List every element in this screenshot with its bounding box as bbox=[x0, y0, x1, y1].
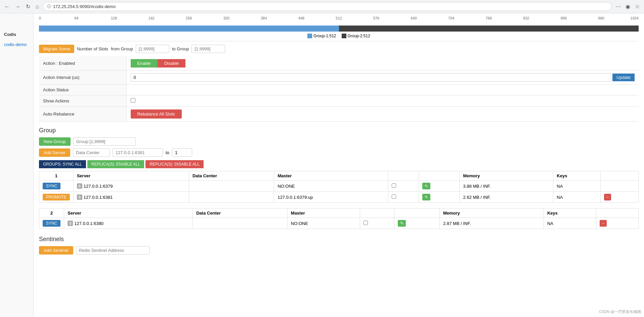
row1-keys: NA bbox=[553, 181, 600, 192]
ruler-label-192: 192 bbox=[148, 16, 155, 20]
row3-server: S 127.0.0.1:6380 bbox=[64, 218, 193, 229]
ruler-label-704: 704 bbox=[448, 16, 454, 20]
row3-memory: 2.87 MB / INF. bbox=[440, 218, 544, 229]
ruler-label-832: 832 bbox=[523, 16, 529, 20]
ruler-label-128: 128 bbox=[111, 16, 117, 20]
groups-sync-all-button[interactable]: GROUPS: SYNC ALL bbox=[39, 160, 86, 168]
table-row: SYNC S 127.0.0.1:6379 NO:ONE ✎ 3.88 MB /… bbox=[39, 181, 639, 192]
edit-button-row1[interactable]: ✎ bbox=[422, 183, 430, 189]
group1-header-actions bbox=[600, 171, 638, 181]
from-group-input[interactable] bbox=[136, 45, 169, 53]
replica-disable-all-button[interactable]: REPLICA(S): DISABLE ALL bbox=[145, 160, 204, 168]
sentinels-section: Sentinels Add Sentinel bbox=[39, 236, 639, 255]
legend-group2: Group-2:512 bbox=[342, 34, 370, 38]
row3-master: NO:ONE bbox=[287, 218, 360, 229]
group2-header-server: Server bbox=[64, 209, 193, 218]
ruler-label-384: 384 bbox=[261, 16, 267, 20]
forward-button[interactable]: → bbox=[13, 3, 22, 10]
row2-memory: 2.62 MB / INF. bbox=[460, 192, 553, 203]
ruler-label-960: 960 bbox=[598, 16, 604, 20]
row2-delete: − bbox=[600, 192, 638, 203]
legend-label-group2: Group-2:512 bbox=[348, 34, 370, 38]
disable-button[interactable]: Disable bbox=[158, 59, 185, 67]
legend-color-group2 bbox=[342, 34, 346, 38]
new-group-button[interactable]: New Group bbox=[39, 137, 71, 146]
row2-check[interactable] bbox=[392, 194, 396, 199]
sentinel-address-input[interactable] bbox=[76, 246, 150, 255]
sync-button-row1[interactable]: SYNC bbox=[43, 183, 60, 189]
update-button[interactable]: Update bbox=[612, 74, 635, 81]
interval-input[interactable] bbox=[131, 73, 611, 82]
group1-header-server: Server bbox=[73, 171, 189, 181]
group-controls: New Group Add Server to bbox=[39, 137, 639, 157]
ruler-label-448: 448 bbox=[298, 16, 304, 20]
ruler-label-320: 320 bbox=[223, 16, 229, 20]
row1-check[interactable] bbox=[392, 183, 396, 188]
watermark: CSDN @一芒那道光/截图 bbox=[599, 309, 641, 314]
server-badge-row3: S bbox=[68, 221, 73, 226]
ruler-label-0: 0 bbox=[39, 16, 41, 20]
refresh-button[interactable]: ↻ bbox=[24, 3, 32, 10]
address-bar: ⓘ 172.25.254.5:9090/#codis-demo bbox=[43, 2, 612, 11]
sync-button-row3[interactable]: SYNC bbox=[43, 220, 60, 227]
add-sentinel-button[interactable]: Add Sentinel bbox=[39, 246, 73, 255]
add-sentinel-row: Add Sentinel bbox=[39, 246, 639, 255]
auto-rebalance-label: Auto-Rebalance bbox=[39, 107, 126, 122]
replica-enable-all-button[interactable]: REPLICA(S): ENABLE ALL bbox=[87, 160, 144, 168]
group2-header-col6 bbox=[394, 209, 440, 218]
add-server-button[interactable]: Add Server bbox=[39, 148, 70, 157]
from-group-label: from Group bbox=[111, 46, 133, 51]
action-status-label: Action Status bbox=[39, 85, 126, 95]
add-server-row: Add Server to bbox=[39, 148, 639, 157]
group2-table: 2 Server Data Center Master Memory Keys … bbox=[39, 208, 639, 229]
action-interval-label: Action Interval (us) bbox=[39, 71, 126, 85]
delete-button-row3[interactable]: − bbox=[600, 220, 607, 227]
row2-master: 127.0.0.1:6379:up bbox=[274, 192, 388, 203]
server-address-input[interactable] bbox=[113, 148, 163, 157]
chart-bars bbox=[39, 26, 639, 32]
delete-button-row2[interactable]: − bbox=[604, 194, 611, 200]
config-row-action-interval: Action Interval (us) Update bbox=[39, 71, 639, 85]
migrate-some-button[interactable]: Migrate Some bbox=[39, 45, 74, 53]
chart-bar-group1 bbox=[39, 26, 339, 32]
table-row: SYNC S 127.0.0.1:6380 NO:ONE ✎ 2.87 MB /… bbox=[39, 218, 639, 229]
row2-edit: ✎ bbox=[419, 192, 460, 203]
group2-header-dc: Data Center bbox=[193, 209, 288, 218]
group1-header-col5 bbox=[388, 171, 419, 181]
ruler-label-768: 768 bbox=[486, 16, 492, 20]
enable-button[interactable]: Enable bbox=[131, 59, 158, 67]
group2-header-actions bbox=[596, 209, 639, 218]
server-address-row3: 127.0.0.1:6380 bbox=[74, 221, 103, 226]
ruler-label-1024: 1024 bbox=[631, 16, 639, 20]
group2-header-keys: Keys bbox=[544, 209, 596, 218]
sidebar-link-codis-demo[interactable]: codis-demo bbox=[0, 40, 33, 49]
ruler-label-256: 256 bbox=[186, 16, 192, 20]
info-icon: ⓘ bbox=[47, 4, 51, 9]
row2-dc bbox=[189, 192, 274, 203]
edit-button-row2[interactable]: ✎ bbox=[422, 194, 430, 200]
row1-server: S 127.0.0.1:6379 bbox=[73, 181, 189, 192]
show-actions-checkbox[interactable] bbox=[131, 98, 135, 103]
to-group-id-input[interactable] bbox=[172, 148, 192, 157]
server-address-row2: 127.0.0.1:6381 bbox=[84, 195, 113, 200]
promote-button-row2[interactable]: PROMOTE bbox=[43, 194, 70, 200]
row3-check[interactable] bbox=[363, 221, 368, 225]
new-group-input[interactable] bbox=[73, 137, 136, 146]
dc-input[interactable] bbox=[73, 148, 110, 157]
to-label: to bbox=[166, 150, 169, 155]
star-button[interactable]: ☆ bbox=[633, 3, 641, 10]
group1-header-master: Master bbox=[274, 171, 388, 181]
to-group-input[interactable] bbox=[191, 45, 225, 53]
row1-dc bbox=[189, 181, 274, 192]
to-group-label: to Group bbox=[172, 46, 189, 51]
bookmark-shield-button[interactable]: ◉ bbox=[624, 3, 632, 10]
action-status-value bbox=[126, 85, 639, 95]
group-section-title: Group bbox=[39, 127, 639, 134]
more-button[interactable]: ⋯ bbox=[614, 3, 622, 10]
row3-checkbox bbox=[360, 218, 394, 229]
back-button[interactable]: ← bbox=[3, 3, 11, 10]
legend-label-group1: Group-1:512 bbox=[313, 34, 336, 38]
home-button[interactable]: ⌂ bbox=[34, 3, 41, 10]
rebalance-button[interactable]: Rebalance All Slots bbox=[131, 109, 182, 119]
edit-button-row3[interactable]: ✎ bbox=[398, 220, 406, 227]
